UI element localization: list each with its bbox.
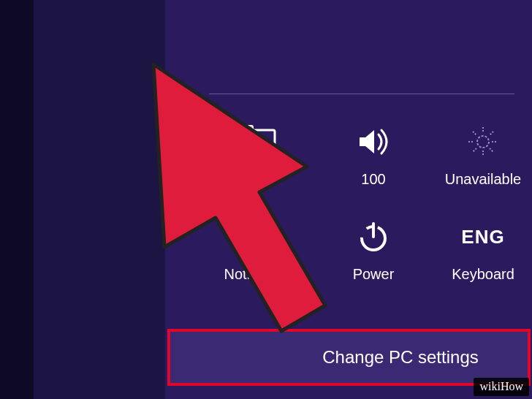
change-pc-settings-label: Change PC settings	[322, 347, 478, 368]
volume-label: 100	[361, 171, 385, 188]
svg-line-13	[490, 132, 493, 135]
volume-tile[interactable]: 100	[319, 113, 428, 208]
brightness-label: Unavailable	[445, 171, 522, 188]
power-icon	[350, 213, 397, 260]
keyboard-lang-text: ENG	[461, 226, 504, 248]
notifications-label: Notifications	[224, 266, 304, 283]
watermark: wikiHow	[474, 378, 529, 396]
change-pc-settings-button[interactable]: Change PC settings	[170, 332, 528, 383]
svg-line-12	[490, 148, 493, 152]
keyboard-tile[interactable]: ENG Keyboard	[428, 208, 532, 303]
svg-point-6	[477, 136, 489, 148]
svg-rect-0	[250, 130, 275, 146]
start-screen-edge	[0, 0, 34, 399]
settings-tiles: 100 Unavailable	[209, 113, 532, 303]
speaker-icon	[350, 118, 397, 165]
svg-line-11	[473, 132, 476, 135]
keyboard-label: Keyboard	[452, 266, 514, 283]
network-icon	[240, 118, 287, 165]
watermark-text: wikiHow	[479, 380, 523, 392]
svg-rect-15	[250, 227, 278, 246]
svg-line-14	[473, 148, 476, 152]
network-tile[interactable]	[209, 113, 319, 208]
divider	[209, 94, 514, 94]
notifications-icon	[240, 213, 287, 260]
notifications-tile[interactable]: Notifications	[209, 208, 319, 303]
power-label: Power	[353, 266, 395, 283]
brightness-tile[interactable]: Unavailable	[428, 113, 532, 208]
power-tile[interactable]: Power	[319, 208, 428, 303]
brightness-icon	[460, 118, 506, 165]
keyboard-lang-icon: ENG	[460, 213, 506, 260]
